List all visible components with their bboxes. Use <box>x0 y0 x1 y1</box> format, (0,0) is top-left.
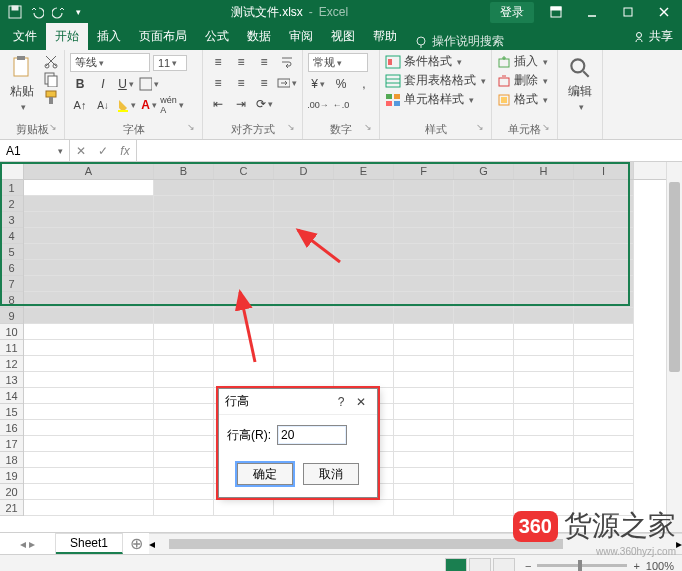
cell[interactable] <box>154 356 214 372</box>
cell[interactable] <box>574 244 634 260</box>
cell[interactable] <box>514 356 574 372</box>
cell[interactable] <box>514 372 574 388</box>
cell[interactable] <box>274 212 334 228</box>
cell[interactable] <box>214 372 274 388</box>
cell[interactable] <box>154 196 214 212</box>
cell[interactable] <box>214 276 274 292</box>
cell[interactable] <box>274 244 334 260</box>
cell[interactable] <box>214 196 274 212</box>
cell[interactable] <box>454 468 514 484</box>
cell[interactable] <box>454 484 514 500</box>
align-left-icon[interactable]: ≡ <box>208 74 228 92</box>
cell[interactable] <box>334 276 394 292</box>
cell[interactable] <box>394 260 454 276</box>
cell[interactable] <box>24 324 154 340</box>
align-right-icon[interactable]: ≡ <box>254 74 274 92</box>
decrease-indent-icon[interactable]: ⇤ <box>208 95 228 113</box>
cell[interactable] <box>154 260 214 276</box>
cell[interactable] <box>334 196 394 212</box>
cell[interactable] <box>574 356 634 372</box>
cell[interactable] <box>454 308 514 324</box>
cell-styles-button[interactable]: 单元格样式▾ <box>385 91 474 108</box>
cell[interactable] <box>274 228 334 244</box>
tab-insert[interactable]: 插入 <box>88 23 130 50</box>
cancel-formula-icon[interactable]: ✕ <box>70 144 92 158</box>
col-header-F[interactable]: F <box>394 162 454 179</box>
cell[interactable] <box>574 436 634 452</box>
fill-color-button[interactable]: ▾ <box>116 96 136 114</box>
cell[interactable] <box>394 500 454 516</box>
cell[interactable] <box>514 404 574 420</box>
font-size-select[interactable]: 11▾ <box>153 55 187 71</box>
row-header-2[interactable]: 2 <box>0 196 23 212</box>
cell[interactable] <box>394 388 454 404</box>
cell[interactable] <box>24 436 154 452</box>
zoom-level[interactable]: 100% <box>646 560 674 572</box>
cell[interactable] <box>394 308 454 324</box>
undo-icon[interactable] <box>30 5 44 19</box>
cell[interactable] <box>454 340 514 356</box>
zoom-slider[interactable] <box>537 564 627 567</box>
col-header-H[interactable]: H <box>514 162 574 179</box>
ok-button[interactable]: 确定 <box>237 463 293 485</box>
cell[interactable] <box>154 404 214 420</box>
row-header-11[interactable]: 11 <box>0 340 23 356</box>
conditional-format-button[interactable]: 条件格式▾ <box>385 53 462 70</box>
cell[interactable] <box>214 228 274 244</box>
cell[interactable] <box>514 308 574 324</box>
cell[interactable] <box>154 340 214 356</box>
tab-layout[interactable]: 页面布局 <box>130 23 196 50</box>
cell[interactable] <box>454 212 514 228</box>
cell[interactable] <box>514 420 574 436</box>
cell[interactable] <box>214 180 274 196</box>
comma-button[interactable]: , <box>354 75 374 93</box>
row-header-14[interactable]: 14 <box>0 388 23 404</box>
decrease-decimal-icon[interactable]: ←.0 <box>331 96 351 114</box>
row-header-9[interactable]: 9 <box>0 308 23 324</box>
cell[interactable] <box>154 420 214 436</box>
cell[interactable] <box>154 388 214 404</box>
shrink-font-icon[interactable]: A↓ <box>93 96 113 114</box>
col-header-I[interactable]: I <box>574 162 634 179</box>
dialog-close-icon[interactable]: ✕ <box>351 395 371 409</box>
editing-button[interactable]: 编辑 ▾ <box>563 53 597 114</box>
cell[interactable] <box>454 388 514 404</box>
tab-review[interactable]: 审阅 <box>280 23 322 50</box>
cell[interactable] <box>214 356 274 372</box>
cell[interactable] <box>334 372 394 388</box>
tab-home[interactable]: 开始 <box>46 23 88 50</box>
zoom-in-icon[interactable]: + <box>633 560 639 572</box>
cell[interactable] <box>334 292 394 308</box>
cell[interactable] <box>394 452 454 468</box>
paste-button[interactable]: 粘贴 ▾ <box>5 53 39 114</box>
grow-font-icon[interactable]: A↑ <box>70 96 90 114</box>
cell[interactable] <box>154 484 214 500</box>
page-break-view-icon[interactable] <box>493 558 515 572</box>
cell[interactable] <box>514 228 574 244</box>
share-button[interactable]: 共享 <box>624 23 682 50</box>
number-format-select[interactable]: 常规▾ <box>308 53 368 72</box>
cell[interactable] <box>24 228 154 244</box>
cell[interactable] <box>24 388 154 404</box>
row-header-8[interactable]: 8 <box>0 292 23 308</box>
cell[interactable] <box>454 404 514 420</box>
row-header-21[interactable]: 21 <box>0 500 23 516</box>
qat-dropdown-icon[interactable]: ▾ <box>76 7 81 17</box>
align-bottom-icon[interactable]: ≡ <box>254 53 274 71</box>
insert-cells-button[interactable]: 插入▾ <box>497 53 548 70</box>
column-headers[interactable]: ABCDEFGHI <box>24 162 682 180</box>
add-sheet-button[interactable]: ⊕ <box>123 533 149 554</box>
cell[interactable] <box>334 228 394 244</box>
cell[interactable] <box>24 292 154 308</box>
cell[interactable] <box>574 372 634 388</box>
cell[interactable] <box>454 276 514 292</box>
cell[interactable] <box>154 452 214 468</box>
row-header-10[interactable]: 10 <box>0 324 23 340</box>
cell[interactable] <box>394 468 454 484</box>
cell[interactable] <box>154 244 214 260</box>
font-name-select[interactable]: 等线▾ <box>70 53 150 72</box>
cell[interactable] <box>214 244 274 260</box>
bold-button[interactable]: B <box>70 75 90 93</box>
row-headers[interactable]: 123456789101112131415161718192021 <box>0 180 24 516</box>
cell[interactable] <box>574 276 634 292</box>
